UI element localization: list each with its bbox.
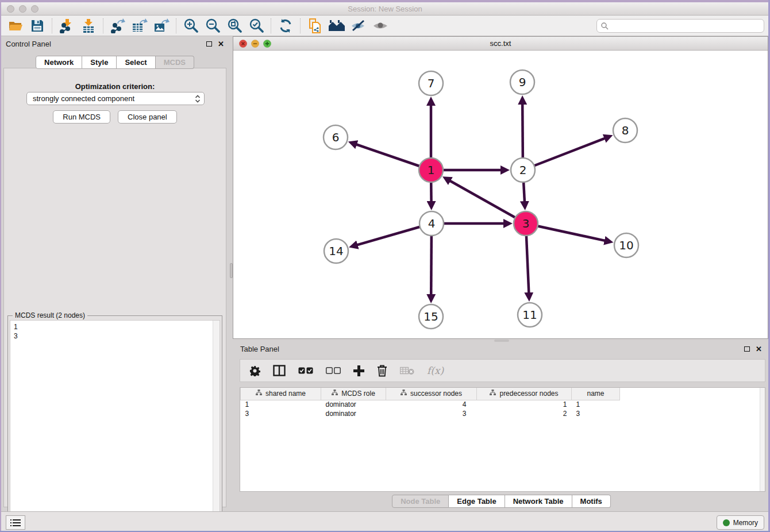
graph-node-15[interactable]: 15 bbox=[419, 304, 443, 329]
search-input[interactable] bbox=[609, 20, 764, 32]
save-session-icon[interactable] bbox=[26, 17, 48, 34]
close-panel-button[interactable]: Close panel bbox=[118, 110, 177, 124]
graph-node-2[interactable]: 2 bbox=[511, 158, 535, 182]
column-type-icon bbox=[401, 390, 407, 398]
graph-node-6[interactable]: 6 bbox=[324, 125, 348, 149]
function-builder-icon: f(x) bbox=[427, 365, 444, 376]
hide-selected-icon[interactable] bbox=[348, 17, 369, 34]
dropdown-stepper-icon bbox=[195, 94, 201, 103]
tab-motifs[interactable]: Motifs bbox=[572, 495, 611, 508]
memory-label: Memory bbox=[733, 519, 758, 527]
graph-node-1[interactable]: 1 bbox=[419, 158, 443, 182]
float-panel-icon[interactable] bbox=[206, 41, 212, 47]
tab-select[interactable]: Select bbox=[117, 56, 155, 69]
table-cell[interactable]: 1 bbox=[572, 400, 620, 409]
memory-button[interactable]: Memory bbox=[717, 515, 764, 530]
add-column-icon[interactable] bbox=[353, 365, 364, 376]
mcds-result-group: MCDS result (2 nodes) 13 bbox=[7, 315, 222, 532]
table-cell[interactable]: 3 bbox=[241, 409, 321, 418]
table-cell[interactable]: 3 bbox=[386, 409, 477, 418]
network-window-titlebar: scc.txt bbox=[233, 37, 768, 51]
table-row[interactable]: 3dominator323 bbox=[241, 409, 627, 418]
tab-edge-table[interactable]: Edge Table bbox=[449, 495, 505, 508]
table-cell[interactable]: 4 bbox=[386, 400, 477, 409]
task-history-button[interactable] bbox=[6, 515, 25, 530]
svg-text:11: 11 bbox=[522, 308, 537, 322]
graph-node-8[interactable]: 8 bbox=[613, 118, 637, 142]
network-view-window: scc.txt 7968124314101511 bbox=[233, 36, 768, 339]
table-cell[interactable]: 2 bbox=[477, 409, 572, 418]
svg-text:6: 6 bbox=[332, 130, 340, 144]
status-bar: Memory bbox=[0, 511, 770, 532]
delete-column-icon[interactable] bbox=[377, 365, 387, 377]
close-panel-icon[interactable]: ✕ bbox=[218, 40, 224, 48]
export-table-icon[interactable] bbox=[129, 17, 151, 34]
table-settings-icon[interactable] bbox=[249, 365, 260, 376]
tab-style[interactable]: Style bbox=[82, 56, 117, 69]
import-network-icon[interactable] bbox=[56, 17, 78, 34]
tab-network-table[interactable]: Network Table bbox=[505, 495, 572, 508]
clone-network-icon[interactable] bbox=[304, 17, 326, 34]
export-image-icon[interactable] bbox=[151, 17, 172, 34]
column-type-icon bbox=[256, 390, 262, 398]
show-columns-icon[interactable] bbox=[273, 365, 286, 376]
table-cell[interactable]: 1 bbox=[241, 400, 321, 409]
column-header-name[interactable]: name bbox=[572, 388, 620, 400]
show-all-icon[interactable] bbox=[369, 17, 391, 34]
tab-network[interactable]: Network bbox=[36, 56, 82, 69]
svg-text:4: 4 bbox=[428, 217, 436, 230]
graph-edge-2-8[interactable] bbox=[523, 138, 606, 170]
svg-text:8: 8 bbox=[622, 124, 629, 137]
table-row[interactable]: 1dominator411 bbox=[241, 400, 627, 409]
network-canvas[interactable]: 7968124314101511 bbox=[233, 51, 768, 338]
graph-node-10[interactable]: 10 bbox=[614, 233, 638, 257]
refresh-view-icon[interactable] bbox=[275, 17, 297, 34]
toolbar-separator bbox=[176, 18, 176, 33]
import-table-icon[interactable] bbox=[78, 17, 99, 34]
table-cell[interactable]: 1 bbox=[477, 400, 572, 409]
application-window: Session: New Session bbox=[0, 0, 770, 532]
graph-edge-3-1[interactable] bbox=[449, 180, 526, 223]
open-file-icon[interactable] bbox=[5, 17, 26, 34]
zoom-in-icon[interactable] bbox=[180, 17, 202, 34]
zoom-fit-icon[interactable] bbox=[224, 17, 245, 34]
svg-text:10: 10 bbox=[619, 238, 633, 252]
zoom-selected-icon[interactable] bbox=[245, 17, 267, 34]
optimization-criterion-dropdown[interactable]: strongly connected component bbox=[26, 92, 205, 105]
first-neighbors-icon[interactable] bbox=[326, 17, 348, 34]
table-cell[interactable]: dominator bbox=[321, 400, 386, 409]
export-network-icon[interactable] bbox=[107, 17, 129, 34]
column-header-shared-name[interactable]: shared name bbox=[241, 388, 321, 400]
optimization-criterion-label: Optimization criterion: bbox=[4, 82, 226, 91]
table-panel: Table Panel ✕ bbox=[233, 342, 770, 511]
table-toolbar: f(x) bbox=[240, 359, 765, 382]
column-type-icon bbox=[490, 390, 496, 398]
result-scrollbar[interactable] bbox=[213, 321, 220, 532]
graph-node-3[interactable]: 3 bbox=[514, 211, 538, 236]
graph-node-7[interactable]: 7 bbox=[419, 71, 443, 95]
zoom-out-icon[interactable] bbox=[202, 17, 224, 34]
float-panel-icon[interactable] bbox=[744, 346, 750, 352]
close-panel-icon[interactable]: ✕ bbox=[756, 345, 762, 353]
graph-node-4[interactable]: 4 bbox=[419, 211, 444, 236]
svg-text:1: 1 bbox=[428, 163, 435, 177]
column-header-mcds-role[interactable]: MCDS role bbox=[321, 388, 386, 400]
network-window-title: scc.txt bbox=[233, 39, 768, 48]
column-header-successor-nodes[interactable]: successor nodes bbox=[386, 388, 477, 400]
column-header-predecessor-nodes[interactable]: predecessor nodes bbox=[477, 388, 572, 400]
table-cell[interactable]: dominator bbox=[321, 409, 386, 418]
graph-node-11[interactable]: 11 bbox=[518, 303, 542, 327]
table-cell[interactable]: 3 bbox=[572, 409, 620, 418]
mcds-result-list[interactable]: 13 bbox=[10, 320, 220, 532]
unselect-all-icon[interactable] bbox=[326, 367, 341, 375]
table-scrollbar[interactable] bbox=[760, 388, 765, 491]
tab-mcds[interactable]: MCDS bbox=[156, 56, 194, 69]
select-all-icon[interactable] bbox=[298, 367, 313, 375]
toolbar-separator bbox=[300, 18, 301, 33]
run-mcds-button[interactable]: Run MCDS bbox=[53, 110, 110, 124]
tab-node-table[interactable]: Node Table bbox=[392, 495, 449, 508]
graph-node-9[interactable]: 9 bbox=[510, 70, 534, 94]
node-table[interactable]: shared nameMCDS rolesuccessor nodesprede… bbox=[240, 387, 765, 492]
search-box[interactable] bbox=[596, 19, 764, 33]
graph-node-14[interactable]: 14 bbox=[324, 239, 348, 263]
